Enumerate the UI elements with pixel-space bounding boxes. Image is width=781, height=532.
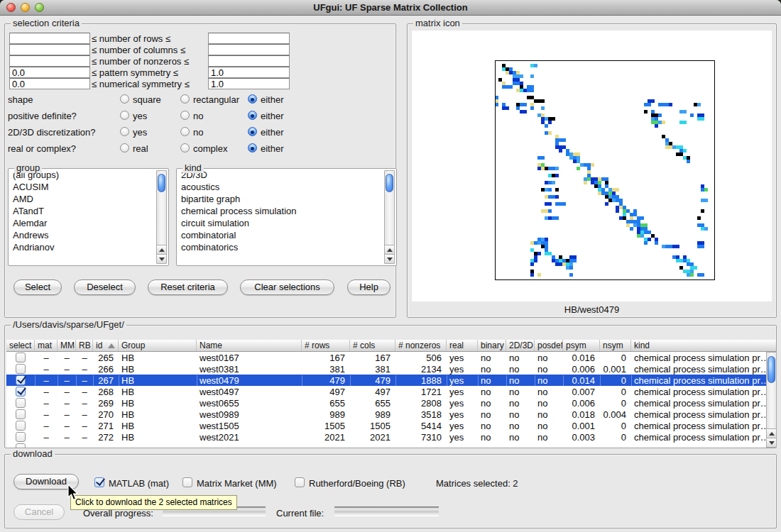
cell: – [35,364,58,375]
column-header-kind[interactable]: kind [631,340,776,351]
row-checkbox[interactable] [16,353,26,362]
reset-criteria-button[interactable]: Reset criteria [148,279,228,295]
table-row[interactable]: –––268HBwest04974974971721yesnonono0.007… [6,386,766,397]
radio-square[interactable] [120,94,129,104]
radio-rectangular[interactable] [180,94,190,104]
criteria-max-field[interactable] [208,33,290,44]
cell: west0479 [197,375,302,386]
radio-either[interactable] [248,94,257,104]
cell: – [76,432,93,443]
list-item[interactable]: bipartite graph [177,193,384,205]
column-header--cols[interactable]: # cols [350,340,395,351]
column-header-nsym[interactable]: nsym [600,340,631,351]
radio-either[interactable] [248,143,257,153]
row-checkbox[interactable] [16,398,26,408]
radio-no[interactable] [180,127,190,136]
column-header-group[interactable]: Group [119,340,197,351]
list-item[interactable]: Andrews [9,229,156,241]
list-item[interactable]: 2D/3D [177,169,384,181]
clear-selections-button[interactable]: Clear selections [240,279,334,295]
scroll-down-icon[interactable] [157,254,166,263]
format-checkbox-matrix-market-mm-[interactable] [182,477,192,487]
radio-no[interactable] [180,111,190,120]
scroll-down-icon[interactable] [385,254,394,263]
scrollbar-thumb[interactable] [386,174,393,192]
radio-either[interactable] [248,111,257,120]
column-header-mm[interactable]: MM [58,340,76,351]
row-checkbox[interactable] [16,432,26,442]
list-item[interactable]: combinatorial [177,229,384,241]
radio-yes[interactable] [120,111,129,120]
row-checkbox[interactable] [16,409,26,419]
column-header--nonzeros[interactable]: # nonzeros [395,340,447,351]
table-row[interactable]: –––269HBwest06556556552808yesnonono0.006… [6,397,766,409]
format-checkbox-matlab-mat-[interactable] [94,477,104,487]
criteria-max-field[interactable] [208,67,290,78]
radio-either[interactable] [248,127,257,136]
list-item[interactable]: circuit simulation [177,217,384,229]
column-header-posdef[interactable]: posdef [535,340,563,351]
row-checkbox[interactable] [16,443,26,448]
criteria-min-field[interactable] [9,44,90,55]
radio-yes[interactable] [120,127,129,136]
column-header-label: Group [121,340,145,350]
criteria-min-field[interactable] [9,78,90,89]
cell: no [478,364,506,375]
kind-listbox: kind 2D/3Dacousticsbipartite graphchemic… [176,168,397,266]
criteria-field-row: ≤ number of rows ≤ [5,33,395,44]
table-row[interactable]: –––267HBwest04794794791888yesnonono0.014… [6,375,766,386]
list-item[interactable]: Andrianov [9,241,156,253]
column-header-rb[interactable]: RB [76,340,93,351]
row-checkbox[interactable] [16,421,26,431]
table-scrollbar[interactable] [766,352,777,448]
table-row[interactable]: –––265HBwest0167167167506yesnonono0.0160… [6,352,766,363]
list-item[interactable]: ATandT [9,205,156,217]
column-header-mat[interactable]: mat [35,340,58,351]
format-checkbox-rutherford-boeing-rb-[interactable] [295,477,305,487]
help-button[interactable]: Help [347,279,390,295]
list-item[interactable]: acoustics [177,181,384,193]
criteria-min-field[interactable] [9,33,90,44]
radio-real[interactable] [120,143,129,153]
table-row[interactable]: –––271HBwest1505150515055414yesnonono0.0… [6,420,766,431]
table-row[interactable]: –––272HBwest2021202120217310yesnonono0.0… [6,431,766,443]
column-header-psym[interactable]: psym [563,340,600,351]
scroll-down-icon[interactable] [767,438,776,447]
column-header-binary[interactable]: binary [478,340,506,351]
row-checkbox[interactable] [16,375,26,385]
column-header-real[interactable]: real [447,340,478,351]
list-item[interactable]: chemical process simulation [177,205,384,217]
cancel-button[interactable]: Cancel [13,504,65,520]
list-item[interactable]: combinatorics [177,241,384,253]
column-header-id[interactable]: id [93,340,119,351]
cell: west0989 [197,409,302,420]
criteria-min-field[interactable] [9,67,90,78]
radio-complex[interactable] [180,143,190,153]
list-item[interactable]: AMD [9,193,156,205]
list-item[interactable]: ACUSIM [9,181,156,193]
scroll-up-icon[interactable] [385,245,394,254]
select-button[interactable]: Select [13,279,62,295]
scroll-up-icon[interactable] [157,245,166,254]
column-header-select[interactable]: select [6,340,35,351]
criteria-field-label: ≤ numerical symmetry ≤ [92,79,190,89]
list-scrollbar[interactable] [384,170,395,264]
column-header-name[interactable]: Name [197,340,302,351]
table-row[interactable]: –––270HBwest09899899893518yesnonono0.018… [6,409,766,420]
criteria-max-field[interactable] [208,44,290,55]
table-row[interactable]: –––266HBwest03813813812134yesnonono0.006… [6,363,766,375]
scrollbar-thumb[interactable] [768,356,775,383]
column-header--rows[interactable]: # rows [302,340,350,351]
column-header-2d-3d[interactable]: 2D/3D [506,340,535,351]
criteria-min-field[interactable] [9,55,90,67]
criteria-max-field[interactable] [208,78,290,89]
table-row-partial[interactable] [6,443,766,448]
row-checkbox[interactable] [16,387,26,397]
criteria-max-field[interactable] [208,55,290,67]
list-scrollbar[interactable] [156,170,167,264]
deselect-button[interactable]: Deselect [74,279,136,295]
list-item[interactable]: Alemdar [9,217,156,229]
scroll-up-icon[interactable] [767,428,776,438]
row-checkbox[interactable] [16,364,26,374]
scrollbar-thumb[interactable] [158,174,165,192]
